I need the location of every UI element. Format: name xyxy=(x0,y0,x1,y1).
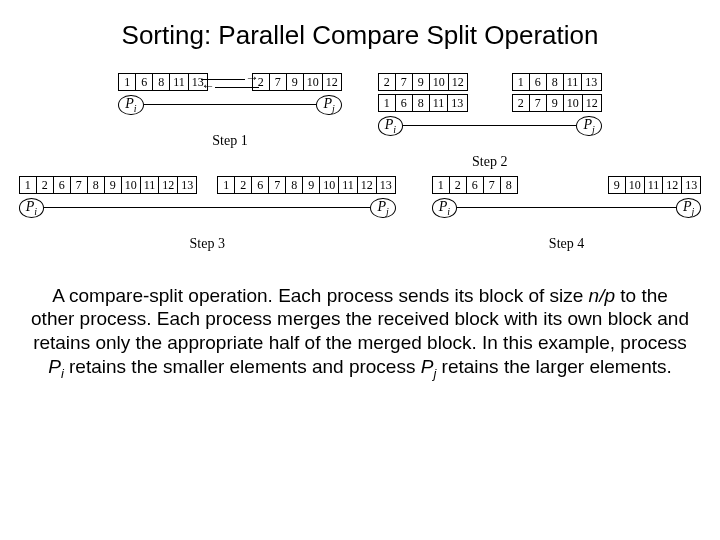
cell: 8 xyxy=(286,177,303,193)
step2-left-top-block: 2791012 xyxy=(378,73,468,91)
step2-left-bottom-block: 1681113 xyxy=(378,94,468,112)
proc-node-j: Pj xyxy=(676,198,701,218)
page-title: Sorting: Parallel Compare Split Operatio… xyxy=(0,20,720,51)
cell: 7 xyxy=(530,95,547,111)
cell: 12 xyxy=(663,177,682,193)
cell: 10 xyxy=(122,177,141,193)
cell: 7 xyxy=(270,74,287,90)
cell: 11 xyxy=(170,74,189,90)
step3-left-block: 12678910111213 xyxy=(19,176,198,194)
proc-connector: Pi Pj xyxy=(19,198,396,218)
cell: 1 xyxy=(218,177,235,193)
cell: 6 xyxy=(396,95,413,111)
step3-label: Step 3 xyxy=(190,236,225,252)
step4-left-block: 12678 xyxy=(432,176,518,194)
step4-label: Step 4 xyxy=(549,236,584,252)
step3-right-block: 12678910111213 xyxy=(217,176,396,194)
proc-connector: Pi Pj xyxy=(378,116,602,136)
step2-label: Step 2 xyxy=(472,154,507,170)
cell: 1 xyxy=(20,177,37,193)
panel-step-1: 1681113 2791012 Pi Pj Step 1 xyxy=(118,73,342,170)
cell: 9 xyxy=(609,177,626,193)
cell: 1 xyxy=(433,177,450,193)
cell: 11 xyxy=(141,177,160,193)
cell: 2 xyxy=(379,74,396,90)
cell: 12 xyxy=(159,177,178,193)
cell: 6 xyxy=(54,177,71,193)
cell: 8 xyxy=(88,177,105,193)
cell: 7 xyxy=(396,74,413,90)
cell: 11 xyxy=(645,177,664,193)
proc-node-i: Pi xyxy=(378,116,403,136)
cell: 2 xyxy=(235,177,252,193)
cell: 7 xyxy=(484,177,501,193)
proc-connector: Pi Pj xyxy=(432,198,702,218)
cell: 8 xyxy=(547,74,564,90)
step1-left-block: 1681113 xyxy=(118,73,208,91)
cell: 10 xyxy=(430,74,449,90)
cell: 13 xyxy=(178,177,196,193)
step4-right-block: 910111213 xyxy=(608,176,702,194)
cell: 9 xyxy=(413,74,430,90)
cell: 2 xyxy=(253,74,270,90)
cell: 6 xyxy=(136,74,153,90)
cell: 12 xyxy=(323,74,341,90)
cell: 10 xyxy=(304,74,323,90)
cell: 9 xyxy=(547,95,564,111)
row-1: 1681113 2791012 Pi Pj Step 1 2791012 168… xyxy=(0,73,720,170)
cell: 12 xyxy=(358,177,377,193)
cell: 8 xyxy=(501,177,517,193)
cell: 11 xyxy=(564,74,583,90)
cell: 1 xyxy=(119,74,136,90)
panel-step-3: 12678910111213 12678910111213 Pi Pj Step… xyxy=(19,176,396,252)
cell: 12 xyxy=(449,74,467,90)
proc-node-i: Pi xyxy=(19,198,44,218)
cell: 13 xyxy=(682,177,700,193)
figure-caption: A compare-split operation. Each process … xyxy=(28,284,692,382)
cell: 13 xyxy=(448,95,466,111)
proc-node-i: Pi xyxy=(118,95,143,115)
proc-connector: Pi Pj xyxy=(118,95,342,115)
cell: 1 xyxy=(513,74,530,90)
step1-label: Step 1 xyxy=(212,133,247,149)
cell: 10 xyxy=(564,95,583,111)
cell: 6 xyxy=(252,177,269,193)
panel-step-4: 12678 910111213 Pi Pj Step 4 xyxy=(432,176,702,252)
cell: 8 xyxy=(413,95,430,111)
cell: 13 xyxy=(377,177,395,193)
cell: 7 xyxy=(71,177,88,193)
cell: 10 xyxy=(320,177,339,193)
cell: 9 xyxy=(303,177,320,193)
cell: 13 xyxy=(582,74,600,90)
proc-node-j: Pj xyxy=(370,198,395,218)
cell: 1 xyxy=(379,95,396,111)
cell: 2 xyxy=(37,177,54,193)
proc-node-j: Pj xyxy=(316,95,341,115)
step1-right-block: 2791012 xyxy=(252,73,342,91)
exchange-arrows xyxy=(201,75,259,89)
cell: 6 xyxy=(467,177,484,193)
panel-step-2: 2791012 1681113 1681113 2791012 Pi Pj St… xyxy=(378,73,602,170)
row-2: 12678910111213 12678910111213 Pi Pj Step… xyxy=(0,176,720,252)
step2-right-bottom-block: 2791012 xyxy=(512,94,602,112)
cell: 2 xyxy=(450,177,467,193)
cell: 12 xyxy=(583,95,601,111)
proc-node-j: Pj xyxy=(576,116,601,136)
cell: 2 xyxy=(513,95,530,111)
cell: 6 xyxy=(530,74,547,90)
step2-right-top-block: 1681113 xyxy=(512,73,602,91)
cell: 11 xyxy=(339,177,358,193)
cell: 8 xyxy=(153,74,170,90)
cell: 10 xyxy=(626,177,645,193)
cell: 9 xyxy=(105,177,122,193)
cell: 11 xyxy=(430,95,449,111)
proc-node-i: Pi xyxy=(432,198,457,218)
cell: 9 xyxy=(287,74,304,90)
cell: 13 xyxy=(189,74,207,90)
cell: 7 xyxy=(269,177,286,193)
